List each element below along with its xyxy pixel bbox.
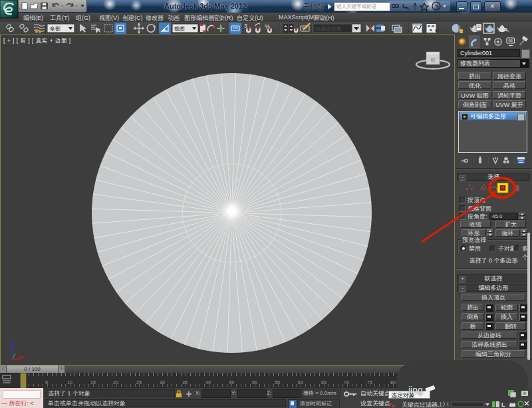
svg-text:L: L	[501, 401, 505, 408]
svg-text:全部: 全部	[50, 26, 61, 32]
svg-text:前: 前	[430, 57, 436, 63]
svg-text:视图: 视图	[174, 26, 185, 32]
svg-text:关键点过滤器...: 关键点过滤器...	[402, 401, 443, 408]
svg-text:创建选择集: 创建选择集	[315, 26, 342, 32]
svg-text:?: ?	[435, 3, 439, 10]
